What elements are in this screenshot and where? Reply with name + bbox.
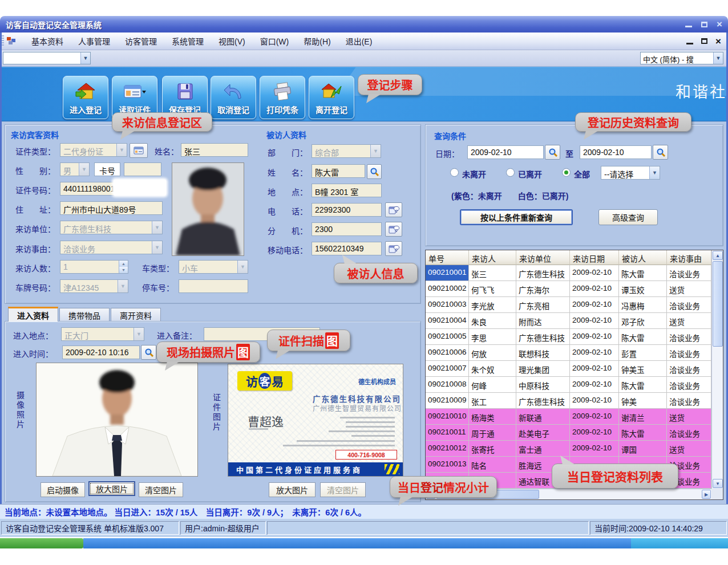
menu-hr[interactable]: 人事管理	[71, 33, 118, 49]
menu-help[interactable]: 帮助(H)	[296, 33, 338, 49]
tab-carried-items[interactable]: 携带物品	[59, 308, 110, 322]
date-from-picker-button[interactable]	[545, 145, 560, 160]
dept-combo[interactable]: 综合部 ▼	[312, 144, 381, 158]
table-row[interactable]: 090210004朱良附而达2009-02-10邓子欣送货	[426, 313, 711, 329]
scroll-down-icon[interactable]: ▼	[713, 479, 723, 488]
date-to-field[interactable]: 2009-02-10	[580, 145, 652, 159]
scroll-right-icon[interactable]: ▶	[702, 490, 711, 499]
menu-system[interactable]: 系统管理	[164, 33, 211, 49]
table-cell[interactable]: 2009-02-10	[570, 281, 619, 297]
menu-window[interactable]: 窗口(W)	[253, 33, 297, 49]
table-cell[interactable]: 2009-02-10	[570, 425, 619, 441]
plate-combo[interactable]: 津A12345 ▼	[60, 279, 128, 293]
start-camera-button[interactable]: 启动摄像	[41, 482, 85, 497]
taskbar-start-segment[interactable]	[0, 538, 83, 548]
table-header-cell[interactable]: 来访事由	[667, 250, 711, 265]
close-icon[interactable]: ×	[717, 19, 722, 29]
table-cell[interactable]: 090210006	[426, 345, 469, 361]
table-cell[interactable]: 钟美	[619, 393, 667, 409]
table-header-cell[interactable]: 被访人	[619, 250, 667, 265]
table-cell[interactable]: 2009-02-10	[570, 345, 619, 361]
table-cell[interactable]: 附而达	[516, 313, 570, 329]
table-cell[interactable]: 张工	[469, 393, 516, 409]
table-cell[interactable]: 洽谈业务	[667, 329, 711, 345]
table-cell[interactable]: 090210004	[426, 313, 469, 329]
table-cell[interactable]: 2009-02-10	[570, 409, 619, 425]
table-cell[interactable]: 新联通	[516, 409, 570, 425]
clear-photo-button[interactable]: 清空图片	[139, 482, 183, 497]
stepper-down-icon[interactable]: ▼	[119, 267, 128, 273]
table-row[interactable]: 090210011周于通赴美电子2009-02-10陈大雷洽谈业务	[426, 425, 711, 441]
clear-card-button[interactable]: 清空图片	[320, 482, 366, 497]
table-cell[interactable]: 洽谈业务	[667, 377, 711, 393]
date-to-picker-button[interactable]	[653, 145, 668, 160]
table-cell[interactable]: 谭玉姣	[619, 281, 667, 297]
table-cell[interactable]: 张寄托	[469, 441, 516, 457]
table-row[interactable]: 090210005李思广东德生科技2009-02-10陈大雷洽谈业务	[426, 329, 711, 345]
table-cell[interactable]: 朱良	[469, 313, 516, 329]
table-cell[interactable]: 洽谈业务	[667, 345, 711, 361]
table-row[interactable]: 090210007朱个奴理光集团2009-02-10钟美玉洽谈业务	[426, 361, 711, 377]
table-cell[interactable]: 广东德生科技	[516, 393, 570, 409]
table-cell[interactable]: 2009-02-10	[570, 361, 619, 377]
table-cell[interactable]: 洽谈业务	[667, 425, 711, 441]
table-cell[interactable]: 陆名	[469, 457, 516, 473]
tab-leave-data[interactable]: 离开资料	[111, 308, 161, 322]
table-vertical-scrollbar[interactable]: ▲ ▼	[711, 250, 723, 489]
location-field[interactable]: B幢 2301 室	[312, 184, 382, 197]
ext-field[interactable]: 2300	[312, 222, 382, 236]
table-row[interactable]: 090210010杨海类新联通2009-02-10谢清兰送货	[426, 409, 711, 425]
tab-entry-data[interactable]: 进入资料	[8, 307, 58, 322]
call-mobile-button[interactable]	[385, 241, 402, 256]
table-cell[interactable]: 彭置	[619, 345, 667, 361]
menu-exit[interactable]: 退出(E)	[338, 33, 380, 49]
zoom-card-button[interactable]: 放大图片	[269, 482, 316, 497]
table-cell[interactable]: 朱个奴	[469, 361, 516, 377]
table-header-cell[interactable]: 来访日期	[570, 250, 619, 265]
taskbar-tray-segment[interactable]	[631, 538, 728, 548]
chevron-down-icon[interactable]: ▼	[649, 166, 660, 179]
chevron-down-icon[interactable]: ▼	[80, 52, 90, 64]
table-header-cell[interactable]: 来访人	[469, 250, 516, 265]
restore-icon[interactable]	[701, 22, 707, 27]
table-cell[interactable]: 谭国	[619, 441, 667, 457]
table-cell[interactable]: 富士通	[516, 441, 570, 457]
enter-registration-button[interactable]: 进入登记	[63, 76, 108, 119]
table-cell[interactable]: 张三	[469, 265, 516, 281]
visit-reason-combo[interactable]: 洽谈业务 ▼	[60, 241, 163, 254]
table-cell[interactable]: 邓子欣	[619, 313, 667, 329]
visitor-name-field[interactable]: 张三	[181, 143, 248, 157]
table-cell[interactable]: 陈大雷	[619, 425, 667, 441]
table-cell[interactable]: 广东德生科技	[516, 265, 570, 281]
address-field[interactable]: 广州市中山大道89号	[60, 201, 163, 215]
chevron-down-icon[interactable]: ▼	[713, 52, 723, 64]
call-ext-button[interactable]	[385, 222, 402, 237]
scroll-up-icon[interactable]: ▲	[713, 251, 723, 260]
table-cell[interactable]: 2009-02-10	[570, 377, 619, 393]
table-cell[interactable]: 洽谈业务	[667, 361, 711, 377]
menu-basic-data[interactable]: 基本资料	[24, 33, 71, 49]
leave-registration-button[interactable]: 离开登记	[309, 76, 354, 119]
table-cell[interactable]: 090210011	[426, 425, 469, 441]
table-cell[interactable]: 送货	[667, 313, 711, 329]
table-cell[interactable]: 陈大雷	[619, 377, 667, 393]
id-type-combo[interactable]: 二代身份证 ▼	[60, 143, 127, 157]
table-row[interactable]: 090210002何飞飞广东海尔2009-02-10谭玉姣送货	[426, 281, 711, 297]
table-cell[interactable]: 洽谈业务	[667, 265, 711, 281]
table-cell[interactable]: 周于通	[469, 425, 516, 441]
table-cell[interactable]: 理光集团	[516, 361, 570, 377]
table-cell[interactable]: 广东亮相	[516, 297, 570, 313]
language-combo[interactable]: 中文 (简体) - 搜 ▼	[640, 52, 723, 64]
table-cell[interactable]: 090210007	[426, 361, 469, 377]
mdi-minimize-icon[interactable]	[686, 43, 693, 44]
card-reader-button[interactable]	[130, 143, 148, 158]
table-cell[interactable]: 送货	[667, 281, 711, 297]
radio-all[interactable]	[562, 168, 571, 177]
card-no-field[interactable]	[124, 162, 161, 176]
mdi-restore-icon[interactable]	[701, 38, 707, 44]
zoom-photo-button[interactable]: 放大图片	[88, 481, 135, 496]
table-cell[interactable]: 2009-02-10	[570, 313, 619, 329]
table-cell[interactable]: 何放	[469, 345, 516, 361]
table-cell[interactable]: 2009-02-10	[570, 393, 619, 409]
table-cell[interactable]: 送货	[667, 409, 711, 425]
